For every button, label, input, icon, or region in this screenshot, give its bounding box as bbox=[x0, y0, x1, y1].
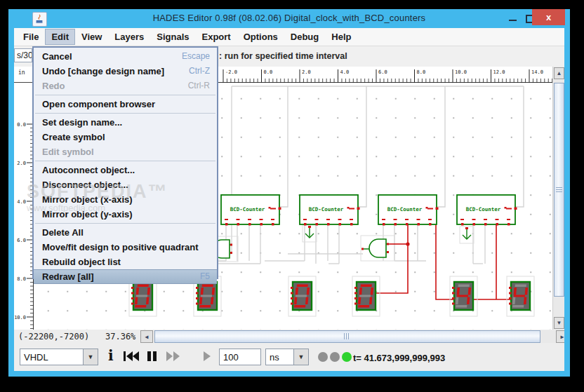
svg-text:6.0: 6.0 bbox=[378, 69, 387, 75]
cursor-coordinates: (-22200,-7200) bbox=[18, 332, 89, 342]
simulation-time: t= 41.673,999,999,993 bbox=[353, 353, 445, 363]
simulation-controls: VHDL ▼ i 100 ns bbox=[14, 344, 564, 371]
toolbar-hint-text: : run for specified time interval bbox=[219, 51, 347, 61]
svg-text:6.0: 6.0 bbox=[17, 238, 26, 243]
scroll-down-button[interactable]: ▼ bbox=[554, 317, 564, 329]
menubar: FileEditViewLayersSignalsExportOptionsDe… bbox=[14, 28, 564, 46]
scroll-up-button[interactable]: ▲ bbox=[554, 67, 564, 79]
svg-text:-2.0: -2.0 bbox=[225, 69, 237, 75]
menu-item-create-symbol[interactable]: Create symbol bbox=[34, 130, 217, 144]
svg-text:0.0: 0.0 bbox=[264, 69, 273, 75]
time-unit-value: ns bbox=[270, 352, 279, 363]
menu-shortcut: Ctrl-Z bbox=[189, 64, 210, 79]
chevron-down-icon[interactable]: ▼ bbox=[83, 349, 98, 365]
edit-menu-dropdown: CancelEscapeUndo [change design name]Ctr… bbox=[32, 46, 218, 279]
svg-text:2.0: 2.0 bbox=[17, 161, 26, 166]
svg-text:BCD-Counter: BCD-Counter bbox=[466, 206, 501, 212]
menu-item-mirror-object-x-axis[interactable]: Mirror object (x-axis) bbox=[34, 192, 217, 207]
menu-shortcut: Escape bbox=[182, 49, 210, 64]
svg-text:10.0: 10.0 bbox=[14, 315, 26, 320]
ruler-unit-label: in bbox=[14, 67, 34, 83]
menu-item-delete-all[interactable]: Delete All bbox=[34, 225, 217, 240]
menu-item-cancel[interactable]: CancelEscape bbox=[34, 49, 217, 64]
menu-item-open-component-browser[interactable]: Open component browser bbox=[34, 97, 217, 111]
window-content: FileEditViewLayersSignalsExportOptionsDe… bbox=[14, 28, 564, 371]
interval-input[interactable]: 100 bbox=[219, 349, 261, 365]
menubar-item-edit[interactable]: Edit bbox=[45, 29, 75, 45]
titlebar[interactable]: HADES Editor 0.98f (08.02.06) Digital_cl… bbox=[8, 9, 570, 28]
menu-item-set-design-name[interactable]: Set design name... bbox=[34, 115, 217, 130]
menu-item-undo-change-design-name[interactable]: Undo [change design name]Ctrl-Z bbox=[34, 64, 217, 79]
desktop: HADES Editor 0.98f (08.02.06) Digital_cl… bbox=[0, 0, 584, 392]
status-light-2 bbox=[330, 352, 340, 362]
pause-icon[interactable] bbox=[147, 350, 158, 363]
svg-text:12.0: 12.0 bbox=[493, 69, 505, 75]
grid-combo[interactable]: s/30 bbox=[14, 48, 32, 62]
horizontal-scroll-thumb[interactable] bbox=[154, 330, 540, 343]
menubar-item-help[interactable]: Help bbox=[325, 29, 357, 45]
info-icon[interactable]: i bbox=[108, 347, 114, 364]
svg-text:4.0: 4.0 bbox=[17, 199, 26, 205]
menu-item-redo[interactable]: RedoCtrl-R bbox=[34, 79, 217, 93]
status-light-3 bbox=[342, 352, 352, 362]
vertical-ruler: 0.02.04.06.08.010.0 bbox=[14, 83, 34, 330]
window-title: HADES Editor 0.98f (08.02.06) Digital_cl… bbox=[8, 13, 570, 23]
status-row: (-22200,-7200) 37.36% ◀ ▶ bbox=[14, 330, 564, 344]
menubar-item-options[interactable]: Options bbox=[237, 29, 284, 45]
play-icon[interactable] bbox=[202, 350, 212, 363]
menubar-item-layers[interactable]: Layers bbox=[108, 29, 150, 45]
chevron-down-icon[interactable]: ▼ bbox=[293, 349, 308, 365]
fast-forward-icon[interactable] bbox=[166, 350, 182, 363]
svg-text:2.0: 2.0 bbox=[302, 69, 311, 75]
scroll-right-button[interactable]: ▶ bbox=[556, 330, 564, 343]
svg-text:8.0: 8.0 bbox=[417, 69, 426, 75]
scroll-left-button[interactable]: ◀ bbox=[140, 330, 153, 343]
rewind-icon[interactable] bbox=[123, 350, 140, 363]
hades-editor-window: HADES Editor 0.98f (08.02.06) Digital_cl… bbox=[8, 9, 570, 377]
menubar-item-export[interactable]: Export bbox=[196, 29, 237, 45]
horizontal-scrollbar[interactable]: ◀ ▶ bbox=[140, 330, 564, 343]
menubar-item-file[interactable]: File bbox=[17, 29, 45, 45]
svg-text:14.0: 14.0 bbox=[531, 69, 543, 75]
language-combo-value: VHDL bbox=[24, 352, 48, 363]
menubar-item-view[interactable]: View bbox=[75, 29, 108, 45]
close-button[interactable]: x bbox=[532, 9, 565, 25]
menu-item-redraw-all[interactable]: Redraw [all]F5 bbox=[34, 269, 217, 284]
svg-text:0.0: 0.0 bbox=[17, 122, 26, 128]
language-combo[interactable]: VHDL ▼ bbox=[20, 349, 98, 365]
vertical-scroll-thumb[interactable] bbox=[554, 83, 564, 297]
menu-item-edit-symbol[interactable]: Edit symbol bbox=[34, 144, 217, 159]
status-light-1 bbox=[318, 352, 328, 362]
svg-text:8.0: 8.0 bbox=[17, 276, 26, 282]
time-unit-combo[interactable]: ns ▼ bbox=[265, 349, 309, 365]
menubar-item-signals[interactable]: Signals bbox=[150, 29, 195, 45]
svg-text:4.0: 4.0 bbox=[340, 69, 350, 75]
zoom-level: 37.36% bbox=[105, 332, 135, 342]
menu-item-mirror-object-y-axis[interactable]: Mirror object (y-axis) bbox=[34, 207, 217, 222]
menu-shortcut: F5 bbox=[200, 270, 210, 283]
svg-text:BCD-Counter: BCD-Counter bbox=[230, 206, 265, 212]
menu-item-disconnect-object[interactable]: Disconnect object... bbox=[34, 177, 217, 192]
menu-shortcut: Ctrl-R bbox=[188, 79, 210, 93]
svg-text:10.0: 10.0 bbox=[455, 69, 467, 75]
minimize-button[interactable] bbox=[504, 11, 521, 25]
svg-text:BCD-Counter: BCD-Counter bbox=[309, 206, 344, 212]
vertical-scrollbar[interactable]: ▲ ▼ bbox=[552, 67, 564, 330]
svg-text:BCD-Counter: BCD-Counter bbox=[387, 206, 423, 212]
menubar-item-debug[interactable]: Debug bbox=[284, 29, 325, 45]
menu-item-autoconnect-object[interactable]: Autoconnect object... bbox=[34, 163, 217, 177]
menu-item-rebuild-object-list[interactable]: Rebuild object list bbox=[34, 255, 217, 269]
menu-item-move-fit-design-to-positive-quadrant[interactable]: Move/fit design to positive quadrant bbox=[34, 240, 217, 255]
